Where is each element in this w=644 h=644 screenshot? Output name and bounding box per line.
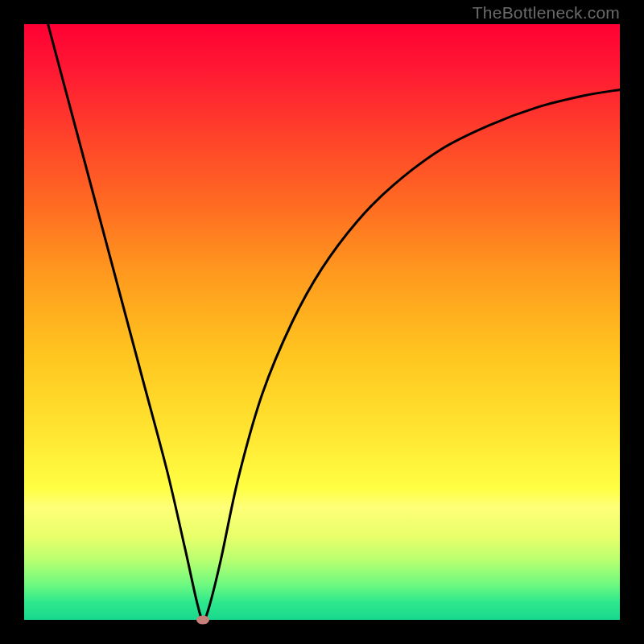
minimum-marker [196,616,209,625]
watermark-text: TheBottleneck.com [473,3,620,23]
plot-area [24,24,620,620]
bottleneck-curve [48,24,620,620]
curve-svg [24,24,620,620]
chart-frame: TheBottleneck.com [0,0,644,644]
